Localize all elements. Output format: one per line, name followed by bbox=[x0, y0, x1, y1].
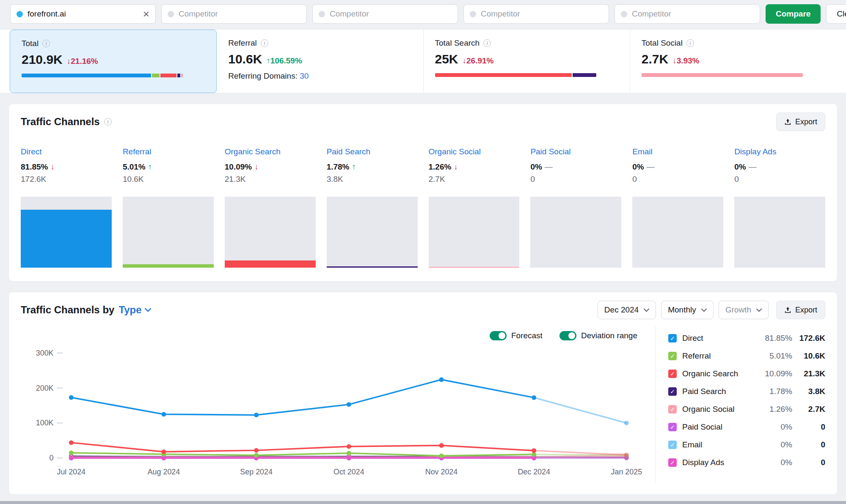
metric-select[interactable]: Growth bbox=[719, 301, 769, 319]
channel-mini-chart bbox=[225, 197, 316, 268]
trend-chart-area: Forecast Deviation range 0100K200K300KJu… bbox=[21, 326, 652, 483]
competitor-dot-icon bbox=[470, 11, 476, 17]
card-title: Total bbox=[22, 39, 39, 48]
channel-link[interactable]: Organic Social bbox=[429, 147, 481, 156]
legend-row-direct[interactable]: ✓ Direct 81.85% 172.6K bbox=[668, 329, 825, 347]
competitor-dot-icon bbox=[168, 11, 174, 17]
svg-text:200K: 200K bbox=[36, 384, 54, 392]
card-change: ↓26.91% bbox=[463, 56, 494, 66]
clear-button[interactable]: Clear bbox=[826, 4, 846, 24]
trend-arrow: ↓ bbox=[254, 162, 259, 172]
export-button[interactable]: Export bbox=[776, 301, 825, 319]
trend-arrow: — bbox=[749, 162, 757, 172]
svg-text:Oct 2024: Oct 2024 bbox=[333, 468, 364, 476]
competitor-placeholder: Competitor bbox=[330, 9, 369, 19]
window-bottom-edge bbox=[0, 501, 846, 504]
traffic-channels-panel: Traffic Channels i Export Direct 81.85%↓… bbox=[8, 104, 838, 282]
legend-checkbox[interactable]: ✓ bbox=[668, 441, 677, 449]
channel-link[interactable]: Paid Social bbox=[530, 147, 570, 156]
date-range-select[interactable]: Dec 2024 bbox=[598, 301, 656, 319]
info-icon[interactable]: i bbox=[42, 40, 50, 47]
info-icon[interactable]: i bbox=[686, 39, 694, 47]
summary-card-total-search[interactable]: Total Search i 25K ↓26.91% bbox=[424, 30, 630, 93]
channel-link[interactable]: Direct bbox=[21, 147, 42, 156]
channel-col-referral: Referral 5.01%↑ 10.6K bbox=[123, 147, 214, 268]
legend-row-email[interactable]: ✓ Email 0% 0 bbox=[668, 436, 825, 454]
domain-dot-icon bbox=[17, 11, 23, 17]
summary-card-referral[interactable]: Referral i 10.6K ↑106.59% Referring Doma… bbox=[217, 30, 423, 93]
channel-mini-chart bbox=[530, 197, 621, 268]
legend-checkbox[interactable]: ✓ bbox=[668, 405, 677, 414]
legend-row-paid-search[interactable]: ✓ Paid Search 1.78% 3.8K bbox=[668, 383, 825, 400]
toggle-switch-icon[interactable] bbox=[559, 331, 576, 340]
channel-link[interactable]: Organic Search bbox=[225, 147, 281, 156]
main-domain-input[interactable]: forefront.ai × bbox=[10, 4, 156, 24]
channel-col-email: Email 0%— 0 bbox=[632, 147, 723, 268]
forecast-toggle[interactable]: Forecast bbox=[490, 331, 543, 340]
channel-mini-chart bbox=[734, 197, 825, 268]
compare-button[interactable]: Compare bbox=[766, 4, 821, 24]
info-icon[interactable]: i bbox=[261, 39, 268, 47]
channel-link[interactable]: Referral bbox=[123, 147, 152, 156]
svg-text:Jul 2024: Jul 2024 bbox=[57, 468, 85, 476]
channel-col-display-ads: Display Ads 0%— 0 bbox=[734, 147, 825, 268]
trend-arrow: ↑ bbox=[352, 162, 356, 172]
legend-row-organic-social[interactable]: ✓ Organic Social 1.26% 2.7K bbox=[668, 400, 825, 418]
trend-arrow: ↓ bbox=[50, 162, 55, 172]
legend-checkbox[interactable]: ✓ bbox=[668, 387, 677, 396]
svg-text:100K: 100K bbox=[36, 419, 54, 427]
card-change: ↓3.93% bbox=[672, 56, 699, 66]
card-value: 2.7K bbox=[642, 52, 668, 66]
search-channel-bar bbox=[435, 73, 596, 77]
competitor-placeholder: Competitor bbox=[481, 9, 520, 19]
legend-checkbox[interactable]: ✓ bbox=[668, 352, 677, 360]
referring-domains-link[interactable]: 30 bbox=[300, 71, 309, 80]
summary-card-total-social[interactable]: Total Social i 2.7K ↓3.93% bbox=[630, 30, 836, 93]
channel-mini-chart bbox=[123, 197, 214, 268]
competitor-input-1[interactable]: Competitor bbox=[161, 4, 307, 24]
legend-row-paid-social[interactable]: ✓ Paid Social 0% 0 bbox=[668, 418, 825, 436]
legend-checkbox[interactable]: ✓ bbox=[668, 334, 677, 342]
competitor-input-4[interactable]: Competitor bbox=[615, 4, 760, 24]
summary-cards-row: Total i 210.9K ↓21.16% Referral i 10.6K … bbox=[0, 29, 846, 93]
competitor-input-2[interactable]: Competitor bbox=[312, 4, 458, 24]
info-icon[interactable]: i bbox=[483, 39, 491, 47]
trend-arrow: ↓ bbox=[454, 162, 458, 172]
card-title: Referral bbox=[228, 38, 257, 48]
chart-legend: ✓ Direct 81.85% 172.6K ✓ Referral 5.01% … bbox=[655, 326, 825, 483]
competitor-input-3[interactable]: Competitor bbox=[463, 4, 609, 24]
info-icon[interactable]: i bbox=[104, 118, 112, 126]
legend-row-referral[interactable]: ✓ Referral 5.01% 10.6K bbox=[668, 347, 825, 365]
channel-col-direct: Direct 81.85%↓ 172.6K bbox=[21, 147, 112, 268]
channel-link[interactable]: Display Ads bbox=[734, 147, 776, 156]
deviation-range-toggle[interactable]: Deviation range bbox=[559, 331, 637, 340]
by-type-title: Traffic Channels by bbox=[21, 304, 114, 316]
channels-grid: Direct 81.85%↓ 172.6K Referral 5.01%↑ 10… bbox=[21, 147, 825, 270]
channel-col-organic-social: Organic Social 1.26%↓ 2.7K bbox=[429, 147, 520, 268]
svg-text:Sep 2024: Sep 2024 bbox=[240, 468, 273, 476]
referring-domains-label: Referring Domains: bbox=[228, 71, 298, 80]
chevron-down-icon bbox=[644, 308, 649, 312]
channel-mini-chart bbox=[429, 197, 520, 268]
toggle-switch-icon[interactable] bbox=[490, 331, 507, 340]
competitor-dot-icon bbox=[621, 11, 627, 17]
export-button[interactable]: Export bbox=[776, 112, 825, 131]
type-dropdown[interactable]: Type bbox=[118, 304, 151, 316]
traffic-trend-chart[interactable]: 0100K200K300KJul 2024Aug 2024Sep 2024Oct… bbox=[21, 342, 652, 482]
channel-link[interactable]: Paid Search bbox=[327, 147, 371, 156]
legend-checkbox[interactable]: ✓ bbox=[668, 370, 677, 378]
domain-compare-bar: forefront.ai × Competitor Competitor Com… bbox=[0, 0, 846, 27]
legend-checkbox[interactable]: ✓ bbox=[668, 458, 677, 467]
summary-card-total[interactable]: Total i 210.9K ↓21.16% bbox=[10, 30, 217, 93]
legend-row-organic-search[interactable]: ✓ Organic Search 10.09% 21.3K bbox=[668, 365, 825, 383]
trend-arrow: — bbox=[647, 162, 655, 172]
channel-link[interactable]: Email bbox=[632, 147, 653, 156]
legend-row-display-ads[interactable]: ✓ Display Ads 0% 0 bbox=[668, 454, 825, 471]
legend-checkbox[interactable]: ✓ bbox=[668, 423, 677, 431]
traffic-channels-by-type-panel: Traffic Channels by Type Dec 2024 Monthl… bbox=[8, 292, 838, 495]
granularity-select[interactable]: Monthly bbox=[661, 301, 714, 319]
svg-text:0: 0 bbox=[50, 454, 54, 462]
remove-domain-icon[interactable]: × bbox=[143, 8, 149, 19]
svg-text:Nov 2024: Nov 2024 bbox=[425, 468, 458, 476]
card-value: 210.9K bbox=[22, 52, 63, 67]
